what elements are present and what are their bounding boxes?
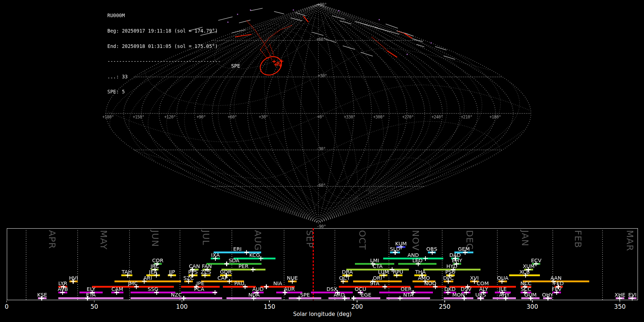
x-tick-label: 50: [91, 303, 98, 310]
shower-peak-marker-zcs: [203, 273, 207, 278]
shower-peak-marker-cam: [114, 290, 119, 295]
month-label: MAR: [625, 230, 635, 251]
shower-label: NZC: [171, 292, 182, 297]
shower-peak-marker-spe: [297, 296, 301, 301]
x-tick: [357, 301, 357, 302]
map-longitude-label: +240°: [431, 114, 443, 119]
x-tick: [94, 301, 95, 302]
shower-peak-marker-kse: [39, 296, 44, 301]
separator-line: ---------------------------------------: [107, 59, 221, 64]
shower-peak-marker-aur: [283, 290, 287, 295]
shower-peak-marker-eri: [244, 250, 249, 255]
x-tick-label: 100: [176, 303, 187, 310]
shower-peak-marker-pca: [213, 290, 217, 295]
shower-peak-marker-jip: [169, 273, 173, 278]
shower-peak-marker-xvi: [472, 279, 477, 284]
session-end: End: 20250918 01:31:05 (sol = 175.05°): [107, 44, 221, 49]
x-tick-label: 300: [527, 303, 538, 310]
shower-peak-marker-xhe: [618, 296, 622, 301]
shower-label: NTA: [403, 292, 414, 297]
shower-peak-marker-szc: [186, 279, 191, 284]
x-tick: [182, 301, 182, 302]
x-tick: [269, 301, 270, 302]
map-latitude-label: +60°: [316, 37, 326, 42]
shower-label: COM: [477, 281, 489, 286]
shower-label: OER: [401, 287, 412, 292]
shower-peak-marker-sda: [224, 262, 229, 266]
shower-peak-marker-urs: [478, 296, 483, 301]
shower-peak-marker-pau: [243, 284, 248, 289]
map-longitude-label: +150°: [133, 114, 144, 119]
session-info-block: RU000M Beg: 20250917 19:11:18 (sol = 174…: [107, 3, 221, 104]
month-separator: [442, 228, 443, 300]
x-tick: [532, 301, 533, 302]
shower-peak-marker-gem: [463, 250, 468, 255]
shower-label: ERI: [233, 247, 242, 252]
shower-peak-marker-qua: [500, 279, 504, 284]
month-separator: [26, 228, 26, 300]
map-latitude-label: -30°: [316, 146, 326, 151]
shower-peak-marker-nta: [398, 296, 402, 301]
shower-peak-marker-rpu: [395, 273, 399, 278]
month-separator: [129, 228, 130, 300]
x-tick: [6, 301, 7, 302]
shower-peak-marker-jmc: [134, 284, 139, 289]
shower-peak-marker-nda: [252, 296, 256, 301]
shower-peak-marker-eta: [85, 296, 90, 301]
map-pole-label: +90°: [317, 2, 327, 7]
shower-peak-marker-evi: [630, 296, 634, 301]
shower-peak-marker-per: [251, 267, 255, 272]
shower-peak-marker-noo: [433, 284, 438, 289]
month-label: JUN: [150, 230, 160, 247]
x-tick-label: 150: [264, 303, 275, 310]
shower-label: CAP: [218, 275, 228, 280]
shower-peak-marker-ahy: [503, 296, 508, 301]
shower-label: PCA: [194, 287, 204, 292]
map-longitude-label: +120°: [164, 114, 176, 119]
month-separator: [497, 228, 498, 300]
map-latitude-label: +30°: [318, 73, 327, 78]
shower-label: SPE: [300, 292, 310, 297]
shower-peak-marker-sld: [393, 250, 397, 255]
shower-peak-marker-nzc: [181, 296, 186, 301]
shower-label: NIA: [273, 281, 282, 286]
shower-peak-marker-gum: [528, 296, 533, 301]
map-longitude-label: +30°: [259, 114, 268, 119]
map-longitude-label: +210°: [461, 114, 472, 119]
shower-label: SDA: [229, 258, 239, 263]
spe-count: SPE: 5: [107, 89, 221, 94]
shower-peak-marker-nue: [290, 279, 294, 284]
station-id: RU000M: [107, 13, 221, 18]
map-longitude-label: +180°: [102, 114, 114, 119]
x-tick-label: 200: [351, 303, 363, 310]
map-longitude-label: +180°: [489, 114, 501, 119]
sporadic-count: ...: 33: [107, 74, 221, 79]
shower-peak-marker-kcg: [259, 256, 263, 261]
x-tick-label: 250: [439, 303, 450, 310]
shower-label: PER: [238, 264, 248, 269]
shower-peak-marker-sta: [382, 284, 387, 289]
month-separator: [77, 228, 78, 300]
x-tick-label: 0: [5, 303, 9, 310]
map-longitude-label: +300°: [373, 114, 385, 119]
shower-label: CTA: [373, 264, 383, 269]
month-label: NOV: [410, 230, 421, 251]
shower-peak-marker-ors: [430, 250, 435, 255]
shower-peak-marker-and: [423, 256, 428, 261]
shower-peak-marker-ege: [351, 296, 356, 301]
map-longitude-label: +60°: [228, 114, 237, 119]
spe-ellipse-label: SPE: [231, 63, 240, 69]
month-label: FEB: [573, 230, 583, 248]
shower-peak-marker-hvi: [71, 279, 75, 284]
month-label: JAN: [520, 230, 530, 247]
x-axis-title: Solar longitude (deg): [293, 311, 352, 317]
shower-peak-marker-ard: [342, 296, 347, 301]
shower-peak-marker-dkd: [446, 290, 450, 295]
map-longitude-label: +0°: [317, 114, 324, 119]
map-longitude-label: +270°: [402, 114, 414, 119]
shower-peak-marker-mon: [462, 296, 467, 301]
radiant-map-screenshot: RU000M Beg: 20250917 19:11:18 (sol = 174…: [0, 0, 644, 322]
shower-peak-marker-ohy: [546, 296, 550, 301]
shower-peak-marker-nia: [264, 284, 269, 289]
shower-peak-marker-leo: [416, 262, 420, 266]
